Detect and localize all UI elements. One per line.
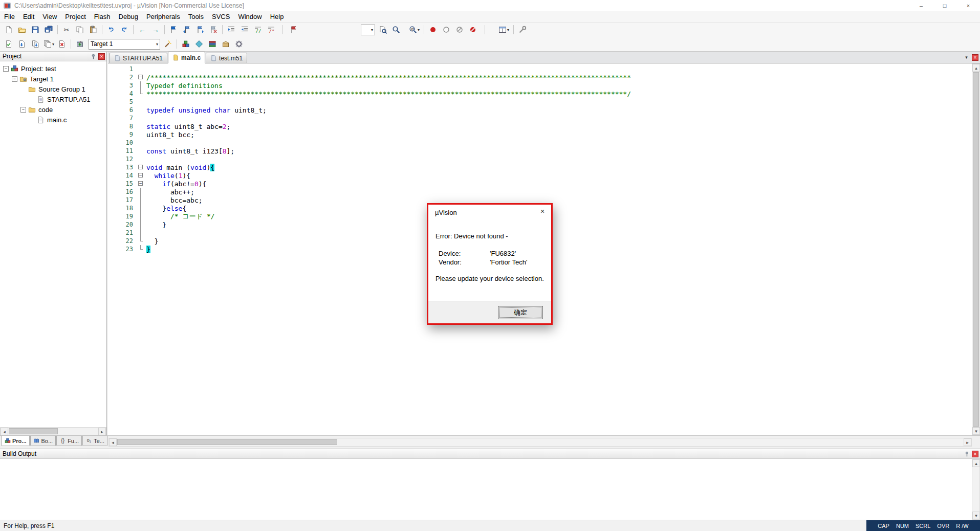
code-text[interactable]: }	[145, 246, 150, 253]
paste-button[interactable]	[87, 24, 99, 36]
scroll-right-icon[interactable]: ▸	[964, 438, 971, 446]
tree-item[interactable]: −Project: test	[0, 63, 106, 74]
find-button[interactable]	[390, 24, 402, 36]
open-button[interactable]	[16, 24, 28, 36]
manage-run-time-environment-button[interactable]	[233, 38, 245, 50]
copy-button[interactable]	[74, 24, 86, 36]
window-layout-button[interactable]: ▾	[497, 24, 510, 36]
tab-list-chevron-down-icon[interactable]: ▾	[963, 54, 970, 61]
code-text[interactable]: typedef unsigned char uint8_t;	[145, 106, 267, 114]
code-text[interactable]: if(abc!=0){	[145, 180, 206, 188]
panel-tab-pro[interactable]: Pro...	[1, 436, 30, 446]
close-panel-icon[interactable]: ×	[98, 53, 105, 60]
download-button[interactable]: LOAD	[74, 38, 86, 50]
previous-bookmark-button[interactable]	[181, 24, 193, 36]
code-text[interactable]: uint8_t bcc;	[145, 131, 194, 139]
incremental-find-button[interactable]: @▾	[408, 24, 420, 36]
ok-button[interactable]: 确定	[498, 306, 543, 319]
build-button[interactable]	[16, 38, 28, 50]
close-button[interactable]: ×	[956, 0, 980, 11]
code-text[interactable]: }	[145, 221, 166, 229]
menu-project[interactable]: Project	[61, 11, 90, 22]
enable-disable-breakpoint-button[interactable]	[440, 24, 452, 36]
tree-item[interactable]: STARTUP.A51	[0, 94, 106, 104]
tree-item[interactable]: main.c	[0, 115, 106, 125]
fold-collapse-icon[interactable]: −	[138, 173, 143, 178]
kill-all-breakpoints-button[interactable]	[467, 24, 479, 36]
scrollbar-thumb[interactable]	[117, 439, 337, 445]
fold-collapse-icon[interactable]: −	[138, 75, 143, 79]
editor-hscrollbar[interactable]: ◂ ▸	[108, 438, 972, 447]
next-bookmark-button[interactable]	[194, 24, 206, 36]
minimize-button[interactable]: –	[909, 0, 933, 11]
menu-peripherals[interactable]: Peripherals	[142, 11, 184, 22]
uncomment-selection-button[interactable]: /*	[265, 24, 277, 36]
scrollbar-thumb[interactable]	[973, 72, 979, 427]
fold-collapse-icon[interactable]: −	[138, 181, 143, 186]
indent-button[interactable]	[225, 24, 237, 36]
tree-item[interactable]: Source Group 1	[0, 84, 106, 94]
navigate-back-button[interactable]: ←	[136, 24, 148, 36]
tab-test-m51[interactable]: test.m51	[206, 53, 247, 63]
project-panel-hscrollbar[interactable]: ◂ ▸	[0, 427, 106, 435]
tree-item[interactable]: −Target 1	[0, 74, 106, 84]
scroll-up-icon[interactable]: ▴	[972, 64, 980, 72]
scroll-left-icon[interactable]: ◂	[1, 428, 8, 435]
code-text[interactable]: }	[145, 237, 158, 245]
menu-view[interactable]: View	[38, 11, 61, 22]
manage-project-items-button[interactable]	[180, 38, 192, 50]
scroll-left-icon[interactable]: ◂	[109, 438, 117, 446]
find-in-files-button[interactable]	[377, 24, 389, 36]
close-build-output-icon[interactable]: ×	[972, 451, 978, 457]
toggle-bookmark-button[interactable]	[167, 24, 180, 36]
menu-svcs[interactable]: SVCS	[208, 11, 234, 22]
build-output-vscrollbar[interactable]: ▴ ▾	[972, 459, 980, 520]
pin-icon[interactable]	[963, 450, 970, 457]
redo-button[interactable]	[118, 24, 130, 36]
file-extensions-button[interactable]	[193, 38, 205, 50]
target-select[interactable]: Target 1▾	[89, 39, 160, 50]
code-text[interactable]: /***************************************…	[145, 74, 631, 81]
scroll-up-icon[interactable]: ▴	[972, 459, 980, 467]
code-text[interactable]: while(1){	[145, 172, 190, 180]
comment-selection-button[interactable]: //	[252, 24, 264, 36]
menu-window[interactable]: Window	[234, 11, 266, 22]
code-text[interactable]: void main (void){	[145, 164, 214, 171]
panel-tab-bo[interactable]: Bo...	[30, 436, 56, 446]
menu-edit[interactable]: Edit	[19, 11, 38, 22]
pin-icon[interactable]	[90, 53, 97, 60]
tree-expander[interactable]: −	[12, 76, 17, 82]
rebuild-all-button[interactable]	[29, 38, 41, 50]
scroll-right-icon[interactable]: ▸	[98, 428, 106, 435]
menu-file[interactable]: File	[0, 11, 19, 22]
configure-button[interactable]	[516, 24, 529, 36]
navigate-forward-button[interactable]: →	[149, 24, 162, 36]
scroll-down-icon[interactable]: ▾	[972, 512, 980, 519]
tree-item[interactable]: −code	[0, 104, 106, 115]
menu-help[interactable]: Help	[266, 11, 288, 22]
code-text[interactable]: /* コード */	[145, 212, 215, 221]
undo-button[interactable]	[105, 24, 117, 36]
close-tab-icon[interactable]: ×	[972, 54, 978, 61]
code-text[interactable]: static uint8_t abc=2;	[145, 123, 230, 130]
save-button[interactable]	[29, 24, 41, 36]
scroll-down-icon[interactable]: ▾	[972, 427, 980, 435]
tree-expander[interactable]: −	[3, 66, 9, 72]
clear-all-bookmarks-button[interactable]	[207, 24, 220, 36]
cut-button[interactable]: ✂	[60, 24, 73, 36]
manage-books-button[interactable]	[206, 38, 219, 50]
tree-expander[interactable]: −	[20, 107, 26, 113]
scrollbar-thumb[interactable]	[9, 428, 58, 434]
maximize-button[interactable]: □	[933, 0, 956, 11]
fold-collapse-icon[interactable]: −	[138, 165, 143, 169]
new-file-button[interactable]	[3, 24, 15, 36]
code-text[interactable]: Typedef definitions	[145, 82, 223, 90]
panel-tab-te[interactable]: 0₁Te...	[82, 436, 107, 446]
insert-breakpoint-button[interactable]	[427, 24, 439, 36]
editor-vscrollbar[interactable]: ▴ ▾	[972, 63, 980, 435]
tab-startup-a51[interactable]: STARTUP.A51	[110, 53, 167, 63]
code-text[interactable]: const uint8_t i123[8];	[145, 147, 234, 155]
panel-tab-fu[interactable]: {}Fu...	[56, 436, 82, 446]
build-output-content[interactable]	[0, 459, 972, 520]
code-text[interactable]: ****************************************…	[145, 90, 631, 98]
